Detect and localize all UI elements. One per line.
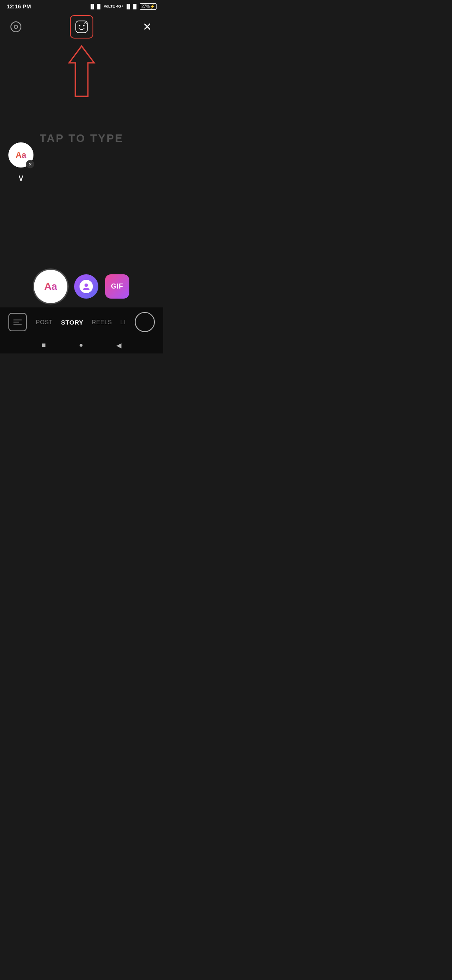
nav-tabs: POST STORY REELS LI xyxy=(36,319,126,326)
close-icon: ✕ xyxy=(143,21,152,34)
settings-button[interactable] xyxy=(8,19,23,34)
gallery-icon xyxy=(12,318,23,326)
tap-to-type-label: TAP TO TYPE xyxy=(40,132,124,145)
status-icons: ▐▌▐▌ VoLTE 4G+ ▐▌▐▌ 27%⚡ xyxy=(89,3,157,10)
tab-story[interactable]: STORY xyxy=(61,319,83,326)
network-type: VoLTE 4G+ xyxy=(104,4,123,8)
system-back-button[interactable]: ◀ xyxy=(116,341,121,349)
sticker-button[interactable] xyxy=(70,15,93,39)
text-mode-label: Aa xyxy=(44,281,57,292)
signal2-icon: ▐▌▐▌ xyxy=(125,4,138,9)
gif-label: GIF xyxy=(111,283,123,290)
system-stop-button[interactable]: ■ xyxy=(42,341,46,349)
svg-point-5 xyxy=(85,284,88,287)
battery-level: 27 xyxy=(141,4,146,9)
sticker-face-icon xyxy=(75,20,88,34)
svg-point-1 xyxy=(14,25,18,28)
top-toolbar: ✕ xyxy=(0,12,163,42)
avatar-face-icon xyxy=(82,282,91,291)
signal-icon: ▐▌▐▌ xyxy=(89,4,102,9)
tab-post[interactable]: POST xyxy=(36,319,53,325)
gif-button[interactable]: GIF xyxy=(105,274,129,299)
text-mode-button[interactable]: Aa xyxy=(34,270,67,303)
arrow-indicator xyxy=(0,42,163,101)
status-bar: 12:16 PM ▐▌▐▌ VoLTE 4G+ ▐▌▐▌ 27%⚡ xyxy=(0,0,163,12)
avatar-inner xyxy=(80,280,93,293)
tab-live[interactable]: LI xyxy=(121,319,126,325)
tab-reels[interactable]: REELS xyxy=(92,319,112,325)
remove-text-button[interactable]: ✕ xyxy=(26,160,34,168)
text-style-selector: Aa ✕ ∨ xyxy=(8,142,33,183)
close-badge-icon: ✕ xyxy=(28,162,32,167)
close-button[interactable]: ✕ xyxy=(140,19,155,34)
chevron-down-icon: ∨ xyxy=(18,173,24,183)
svg-point-3 xyxy=(79,25,80,26)
svg-point-4 xyxy=(83,25,85,26)
capture-inner xyxy=(137,315,152,330)
up-arrow-icon xyxy=(67,44,96,98)
system-navigation: ■ ● ◀ xyxy=(0,337,163,353)
creator-tools: Aa GIF xyxy=(0,266,163,307)
status-time: 12:16 PM xyxy=(7,3,31,10)
bottom-navigation: POST STORY REELS LI xyxy=(0,307,163,337)
battery-icon: 27%⚡ xyxy=(140,3,157,10)
gallery-button[interactable] xyxy=(8,313,27,331)
text-bubble-button[interactable]: Aa ✕ xyxy=(8,142,33,168)
gear-icon xyxy=(10,21,22,33)
svg-point-0 xyxy=(11,22,21,32)
text-bubble-label: Aa xyxy=(15,150,26,160)
chevron-down-button[interactable]: ∨ xyxy=(18,173,24,183)
system-home-button[interactable]: ● xyxy=(79,341,83,349)
capture-button[interactable] xyxy=(135,312,155,332)
avatar-button[interactable] xyxy=(74,274,98,299)
